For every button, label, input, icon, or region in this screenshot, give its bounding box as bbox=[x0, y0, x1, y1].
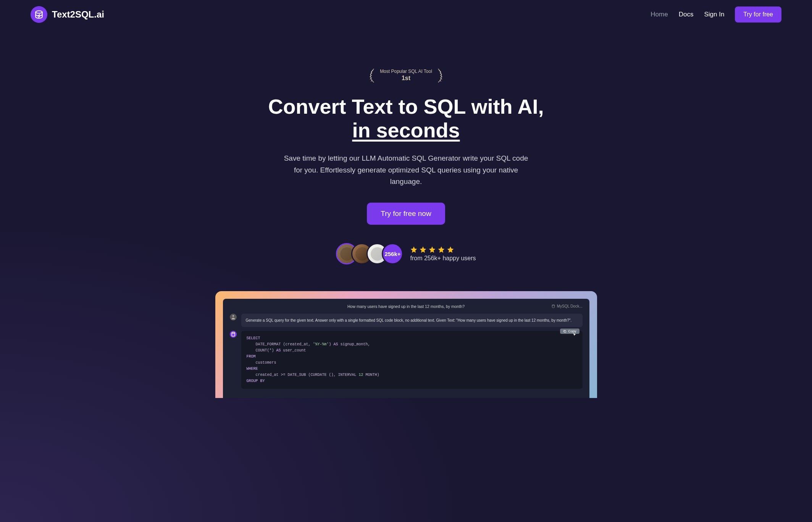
social-proof: 256k+ from 256k+ happy users bbox=[257, 243, 555, 264]
nav: Home Docs Sign In Try for free bbox=[651, 6, 781, 23]
hero-cta-button[interactable]: Try for free now bbox=[367, 203, 445, 225]
star-icon bbox=[437, 246, 445, 253]
headline-underline: in seconds bbox=[352, 119, 460, 142]
sql-code: SELECT DATE_FORMAT (created_at, '%Y-%m')… bbox=[247, 335, 577, 384]
svg-rect-4 bbox=[564, 331, 566, 333]
award-badge: Most Popular SQL AI Tool 1st bbox=[257, 67, 555, 83]
demo-user-message: Generate a SQL query for the given text.… bbox=[241, 314, 583, 327]
nav-docs[interactable]: Docs bbox=[679, 11, 694, 18]
demo-question: How many users have signed up in the las… bbox=[347, 304, 465, 309]
header: Text2SQL.ai Home Docs Sign In Try for fr… bbox=[0, 0, 812, 29]
star-icon bbox=[410, 246, 418, 253]
svg-point-2 bbox=[232, 315, 234, 317]
star-icon bbox=[447, 246, 454, 253]
bot-avatar-icon bbox=[230, 331, 237, 338]
rating: from 256k+ happy users bbox=[410, 246, 476, 262]
rating-text: from 256k+ happy users bbox=[410, 255, 476, 262]
demo-connector: MySQL Dock... bbox=[551, 304, 583, 308]
copy-icon bbox=[563, 330, 567, 333]
stars bbox=[410, 246, 476, 253]
nav-signin[interactable]: Sign In bbox=[704, 11, 724, 18]
database-icon bbox=[551, 304, 555, 308]
laurel-left-icon bbox=[366, 67, 377, 83]
svg-point-3 bbox=[232, 332, 235, 334]
headline: Convert Text to SQL with AI, in seconds bbox=[257, 95, 555, 142]
badge-rank: 1st bbox=[402, 75, 410, 82]
logo-icon bbox=[31, 6, 47, 23]
demo-section: How many users have signed up in the las… bbox=[208, 291, 605, 398]
badge-title: Most Popular SQL AI Tool bbox=[380, 69, 432, 74]
logo-text: Text2SQL.ai bbox=[52, 9, 104, 20]
demo-frame: How many users have signed up in the las… bbox=[215, 291, 597, 398]
svg-point-0 bbox=[36, 11, 42, 13]
avatar-count: 256k+ bbox=[382, 243, 403, 264]
hero: Most Popular SQL AI Tool 1st Convert Tex… bbox=[250, 67, 563, 264]
logo[interactable]: Text2SQL.ai bbox=[31, 6, 104, 23]
demo-window: How many users have signed up in the las… bbox=[223, 299, 589, 398]
user-avatar-icon bbox=[230, 314, 237, 321]
avatar-stack: 256k+ bbox=[336, 243, 403, 264]
demo-code-block: Copy SELECT DATE_FORMAT (created_at, '%Y… bbox=[241, 331, 583, 389]
nav-home[interactable]: Home bbox=[651, 11, 668, 18]
laurel-right-icon bbox=[435, 67, 446, 83]
copy-button[interactable]: Copy bbox=[560, 329, 579, 334]
svg-point-1 bbox=[552, 305, 554, 306]
star-icon bbox=[419, 246, 427, 253]
nav-cta-button[interactable]: Try for free bbox=[735, 6, 781, 23]
subheadline: Save time by letting our LLM Automatic S… bbox=[284, 153, 528, 187]
star-icon bbox=[428, 246, 436, 253]
